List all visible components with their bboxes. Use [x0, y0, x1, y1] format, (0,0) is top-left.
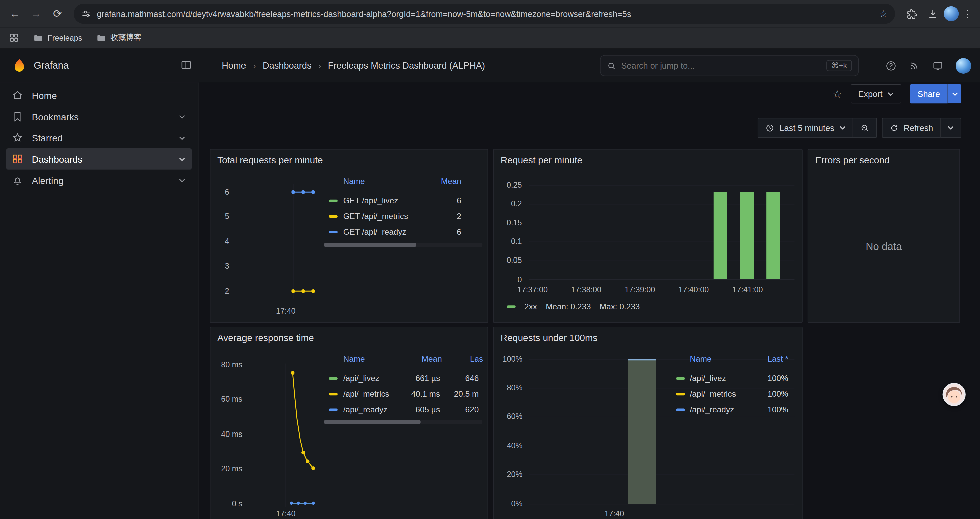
x-tick: 17:41:00 — [725, 285, 769, 294]
dashboard-actions: ☆ Export Share — [832, 85, 961, 103]
legend-row: /api/_readyz 100% — [676, 402, 791, 417]
panel-title[interactable]: Errors per second — [815, 155, 889, 165]
y-tick: 100% — [494, 355, 522, 363]
legend-scrollbar[interactable] — [324, 243, 483, 247]
series-swatch — [329, 409, 337, 411]
series-name[interactable]: /api/_metrics — [343, 389, 389, 399]
time-range-label: Last 5 minutes — [779, 123, 834, 132]
breadcrumb-home[interactable]: Home — [222, 61, 246, 71]
x-tick: 17:40 — [599, 509, 630, 518]
bookmark-item[interactable]: Freeleaps — [33, 33, 82, 43]
y-tick: 0.25 — [497, 181, 522, 189]
x-tick: 17:39:00 — [618, 285, 662, 294]
browser-window: ← → ⟳ ☆ ⋮ — [0, 0, 980, 519]
download-icon[interactable] — [923, 4, 943, 24]
series-name[interactable]: /api/_livez — [690, 373, 726, 384]
reload-icon[interactable]: ⟳ — [48, 4, 67, 24]
grafana-header: Grafana Home › Dashboards › Freeleaps Me… — [0, 49, 980, 83]
series-name[interactable]: /api/_livez — [343, 373, 379, 384]
folder-icon — [33, 33, 43, 43]
panel-title[interactable]: Average response time — [218, 332, 314, 343]
time-controls: Last 5 minutes Refresh — [757, 118, 961, 137]
refresh-button[interactable]: Refresh — [881, 118, 941, 137]
series-swatch — [329, 393, 337, 395]
y-tick: 40% — [494, 441, 522, 450]
panel-errors-per-second: Errors per second No data — [808, 149, 960, 323]
panel-title[interactable]: Total requests per minute — [218, 155, 323, 165]
scrollbar-thumb[interactable] — [324, 420, 421, 424]
search-bar[interactable]: ⌘+k — [600, 55, 859, 77]
bookmark-item[interactable]: 收藏博客 — [96, 32, 142, 43]
panel-title[interactable]: Request per minute — [501, 155, 582, 165]
sidebar-item-label: Bookmarks — [32, 111, 79, 122]
extensions-icon[interactable] — [901, 4, 921, 24]
bookmark-star-icon[interactable]: ☆ — [879, 8, 887, 19]
search-input[interactable] — [621, 61, 821, 70]
legend-col-name: Name — [343, 354, 365, 364]
y-tick: 0.15 — [497, 219, 522, 227]
apps-grid-icon[interactable] — [9, 32, 19, 43]
y-tick: 0.2 — [497, 200, 522, 208]
series-name[interactable]: 2xx — [524, 302, 537, 311]
favorite-star-icon[interactable]: ☆ — [832, 87, 842, 100]
sidebar-item-home[interactable]: Home — [6, 85, 192, 106]
time-range-picker[interactable]: Last 5 minutes — [757, 118, 853, 137]
user-avatar[interactable] — [956, 58, 971, 73]
sidebar-item-bookmarks[interactable]: Bookmarks — [6, 106, 192, 127]
news-icon[interactable] — [908, 60, 920, 72]
series-name[interactable]: /api/_metrics — [690, 389, 736, 399]
assistant-avatar[interactable] — [943, 383, 966, 406]
url-input[interactable] — [97, 9, 873, 18]
panel-total-requests: Total requests per minute 6 5 4 3 2 17:4… — [210, 149, 488, 323]
clock-icon — [765, 123, 774, 132]
y-tick: 20% — [494, 470, 522, 479]
legend-scrollbar[interactable] — [324, 420, 483, 424]
home-icon — [11, 89, 24, 101]
sidebar-item-alerting[interactable]: Alerting — [6, 170, 192, 191]
share-split-button: Share — [910, 85, 961, 103]
series-last: 100% — [767, 373, 788, 384]
zoom-out-button[interactable] — [853, 118, 877, 137]
request-per-minute-chart — [529, 181, 794, 284]
url-bar[interactable]: ☆ — [74, 4, 895, 24]
legend-row: GET /api/_readyz 6 — [324, 224, 483, 240]
legend-row: /api/_readyz 605 µs 620 — [324, 402, 483, 417]
series-name[interactable]: GET /api/_metrics — [343, 211, 408, 222]
y-tick: 4 — [210, 237, 229, 246]
grafana-logo[interactable] — [11, 57, 28, 74]
refresh-interval-button[interactable] — [941, 118, 961, 137]
monitor-icon[interactable] — [932, 60, 944, 72]
sidebar-item-starred[interactable]: Starred — [6, 127, 192, 148]
browser-profile-avatar[interactable] — [943, 6, 959, 21]
sidebar-item-label: Dashboards — [32, 153, 83, 164]
share-menu-button[interactable] — [948, 85, 961, 103]
y-tick: 0.1 — [497, 237, 522, 246]
sidebar-toggle-icon[interactable] — [180, 59, 192, 71]
forward-icon[interactable]: → — [26, 4, 46, 24]
series-name[interactable]: GET /api/_livez — [343, 195, 398, 206]
sidebar-item-dashboards[interactable]: Dashboards — [6, 148, 192, 170]
series-last: 100% — [767, 404, 788, 415]
series-last: 620 — [465, 404, 479, 415]
series-name[interactable]: GET /api/_readyz — [343, 227, 406, 237]
panel-avg-response-time: Average response time 80 ms 60 ms 40 ms … — [210, 327, 488, 519]
avatar-face — [943, 384, 964, 405]
help-icon[interactable] — [885, 60, 897, 72]
browser-menu-icon[interactable]: ⋮ — [960, 8, 975, 20]
panel-requests-under-100ms: Requests under 100ms 100% 80% 60% 40% 20… — [493, 327, 802, 519]
scrollbar-thumb[interactable] — [324, 243, 416, 247]
search-shortcut: ⌘+k — [826, 60, 852, 72]
series-name[interactable]: /api/_readyz — [690, 404, 735, 415]
y-tick: 60 ms — [210, 395, 242, 404]
share-button[interactable]: Share — [910, 85, 947, 103]
breadcrumb-dashboards[interactable]: Dashboards — [262, 61, 311, 71]
series-swatch — [329, 377, 337, 380]
legend-col-mean: Mean — [441, 176, 461, 187]
series-mean: 6 — [457, 195, 461, 206]
chevron-down-icon — [839, 126, 846, 129]
series-name[interactable]: /api/_readyz — [343, 404, 388, 415]
panel-title[interactable]: Requests under 100ms — [501, 332, 598, 343]
bar-2xx — [766, 192, 780, 279]
export-button[interactable]: Export — [851, 85, 901, 103]
back-icon[interactable]: ← — [5, 4, 25, 24]
